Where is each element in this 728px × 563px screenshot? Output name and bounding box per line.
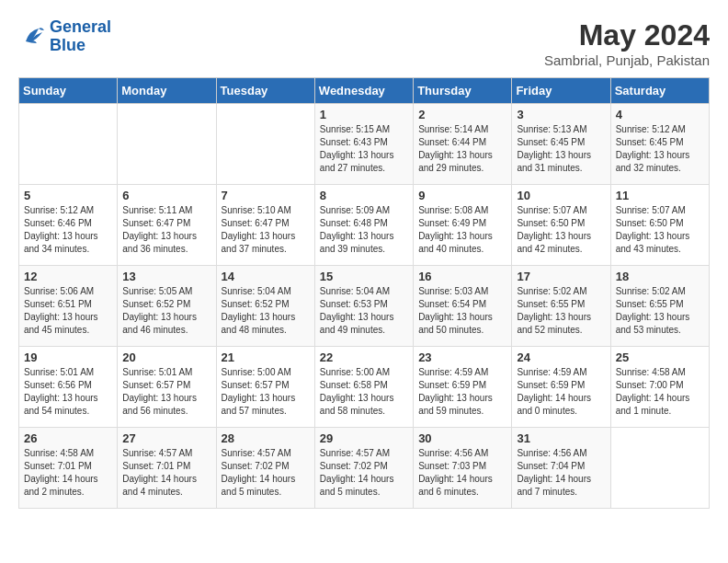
calendar-cell: 9Sunrise: 5:08 AM Sunset: 6:49 PM Daylig… (414, 185, 512, 266)
day-header-thursday: Thursday (414, 78, 512, 104)
calendar-cell: 25Sunrise: 4:58 AM Sunset: 7:00 PM Dayli… (610, 347, 709, 428)
day-detail: Sunrise: 5:01 AM Sunset: 6:56 PM Dayligh… (24, 366, 112, 418)
title-block: May 2024 Sambrial, Punjab, Pakistan (544, 18, 710, 68)
calendar-week-row: 1Sunrise: 5:15 AM Sunset: 6:43 PM Daylig… (19, 104, 710, 185)
day-number: 10 (517, 189, 605, 202)
day-number: 2 (418, 108, 506, 121)
day-number: 23 (418, 350, 506, 364)
calendar-week-row: 12Sunrise: 5:06 AM Sunset: 6:51 PM Dayli… (19, 266, 710, 347)
calendar-cell: 31Sunrise: 4:56 AM Sunset: 7:04 PM Dayli… (512, 428, 610, 509)
day-number: 20 (122, 350, 210, 364)
calendar-week-row: 5Sunrise: 5:12 AM Sunset: 6:46 PM Daylig… (19, 185, 710, 266)
day-detail: Sunrise: 5:02 AM Sunset: 6:55 PM Dayligh… (517, 285, 605, 337)
day-number: 6 (122, 189, 210, 202)
logo-text: General Blue (50, 18, 111, 55)
calendar-cell: 6Sunrise: 5:11 AM Sunset: 6:47 PM Daylig… (118, 185, 216, 266)
day-number: 11 (616, 189, 704, 202)
day-detail: Sunrise: 5:00 AM Sunset: 6:57 PM Dayligh… (222, 366, 310, 418)
logo-icon (18, 23, 46, 51)
day-detail: Sunrise: 5:00 AM Sunset: 6:58 PM Dayligh… (320, 366, 408, 418)
day-detail: Sunrise: 4:57 AM Sunset: 7:02 PM Dayligh… (222, 447, 310, 499)
day-detail: Sunrise: 4:58 AM Sunset: 7:00 PM Dayligh… (616, 366, 704, 418)
day-number: 12 (24, 270, 112, 283)
calendar-cell: 18Sunrise: 5:02 AM Sunset: 6:55 PM Dayli… (610, 266, 709, 347)
calendar-week-row: 19Sunrise: 5:01 AM Sunset: 6:56 PM Dayli… (19, 347, 710, 428)
calendar-cell: 11Sunrise: 5:07 AM Sunset: 6:50 PM Dayli… (610, 185, 709, 266)
day-number: 1 (320, 108, 408, 121)
calendar-cell: 23Sunrise: 4:59 AM Sunset: 6:59 PM Dayli… (414, 347, 512, 428)
day-detail: Sunrise: 5:13 AM Sunset: 6:45 PM Dayligh… (517, 123, 605, 175)
calendar-cell: 4Sunrise: 5:12 AM Sunset: 6:45 PM Daylig… (610, 104, 709, 185)
calendar-cell: 2Sunrise: 5:14 AM Sunset: 6:44 PM Daylig… (414, 104, 512, 185)
day-detail: Sunrise: 4:56 AM Sunset: 7:04 PM Dayligh… (517, 447, 605, 499)
calendar-cell: 7Sunrise: 5:10 AM Sunset: 6:47 PM Daylig… (216, 185, 314, 266)
day-header-wednesday: Wednesday (314, 78, 413, 104)
day-detail: Sunrise: 4:57 AM Sunset: 7:02 PM Dayligh… (320, 447, 408, 499)
day-detail: Sunrise: 5:04 AM Sunset: 6:53 PM Dayligh… (320, 285, 408, 337)
calendar-cell: 12Sunrise: 5:06 AM Sunset: 6:51 PM Dayli… (19, 266, 118, 347)
calendar-cell: 29Sunrise: 4:57 AM Sunset: 7:02 PM Dayli… (314, 428, 413, 509)
day-detail: Sunrise: 4:59 AM Sunset: 6:59 PM Dayligh… (418, 366, 506, 418)
day-number: 9 (418, 189, 506, 202)
day-number: 13 (122, 270, 210, 283)
day-number: 22 (320, 350, 408, 364)
calendar-cell: 19Sunrise: 5:01 AM Sunset: 6:56 PM Dayli… (19, 347, 118, 428)
calendar-cell (118, 104, 216, 185)
calendar-cell: 1Sunrise: 5:15 AM Sunset: 6:43 PM Daylig… (314, 104, 413, 185)
calendar-cell: 30Sunrise: 4:56 AM Sunset: 7:03 PM Dayli… (414, 428, 512, 509)
calendar-cell: 14Sunrise: 5:04 AM Sunset: 6:52 PM Dayli… (216, 266, 314, 347)
calendar-cell: 15Sunrise: 5:04 AM Sunset: 6:53 PM Dayli… (314, 266, 413, 347)
day-detail: Sunrise: 5:07 AM Sunset: 6:50 PM Dayligh… (517, 204, 605, 256)
logo: General Blue (18, 18, 111, 55)
day-number: 21 (222, 350, 310, 364)
calendar-cell: 27Sunrise: 4:57 AM Sunset: 7:01 PM Dayli… (118, 428, 216, 509)
calendar-cell: 3Sunrise: 5:13 AM Sunset: 6:45 PM Daylig… (512, 104, 610, 185)
calendar-cell: 28Sunrise: 4:57 AM Sunset: 7:02 PM Dayli… (216, 428, 314, 509)
calendar-cell (19, 104, 118, 185)
day-number: 3 (517, 108, 605, 121)
calendar-cell: 16Sunrise: 5:03 AM Sunset: 6:54 PM Dayli… (414, 266, 512, 347)
location-subtitle: Sambrial, Punjab, Pakistan (544, 52, 710, 68)
calendar-cell: 20Sunrise: 5:01 AM Sunset: 6:57 PM Dayli… (118, 347, 216, 428)
day-header-tuesday: Tuesday (216, 78, 314, 104)
day-number: 8 (320, 189, 408, 202)
day-detail: Sunrise: 5:12 AM Sunset: 6:46 PM Dayligh… (24, 204, 112, 256)
day-detail: Sunrise: 5:05 AM Sunset: 6:52 PM Dayligh… (122, 285, 210, 337)
month-year-title: May 2024 (544, 18, 710, 52)
day-header-friday: Friday (512, 78, 610, 104)
day-number: 31 (517, 431, 605, 445)
day-detail: Sunrise: 5:03 AM Sunset: 6:54 PM Dayligh… (418, 285, 506, 337)
calendar-week-row: 26Sunrise: 4:58 AM Sunset: 7:01 PM Dayli… (19, 428, 710, 509)
day-number: 24 (517, 350, 605, 364)
day-number: 29 (320, 431, 408, 445)
day-header-saturday: Saturday (610, 78, 709, 104)
calendar-cell: 13Sunrise: 5:05 AM Sunset: 6:52 PM Dayli… (118, 266, 216, 347)
calendar-cell (216, 104, 314, 185)
day-detail: Sunrise: 5:10 AM Sunset: 6:47 PM Dayligh… (222, 204, 310, 256)
day-detail: Sunrise: 5:01 AM Sunset: 6:57 PM Dayligh… (122, 366, 210, 418)
calendar-table: SundayMondayTuesdayWednesdayThursdayFrid… (18, 77, 710, 509)
calendar-cell: 21Sunrise: 5:00 AM Sunset: 6:57 PM Dayli… (216, 347, 314, 428)
day-number: 27 (122, 431, 210, 445)
calendar-body: 1Sunrise: 5:15 AM Sunset: 6:43 PM Daylig… (19, 104, 710, 509)
calendar-cell: 10Sunrise: 5:07 AM Sunset: 6:50 PM Dayli… (512, 185, 610, 266)
calendar-header-row: SundayMondayTuesdayWednesdayThursdayFrid… (19, 78, 710, 104)
day-number: 7 (222, 189, 310, 202)
day-detail: Sunrise: 5:15 AM Sunset: 6:43 PM Dayligh… (320, 123, 408, 175)
day-detail: Sunrise: 4:58 AM Sunset: 7:01 PM Dayligh… (24, 447, 112, 499)
calendar-cell: 22Sunrise: 5:00 AM Sunset: 6:58 PM Dayli… (314, 347, 413, 428)
day-detail: Sunrise: 5:11 AM Sunset: 6:47 PM Dayligh… (122, 204, 210, 256)
day-detail: Sunrise: 5:04 AM Sunset: 6:52 PM Dayligh… (222, 285, 310, 337)
day-number: 16 (418, 270, 506, 283)
day-detail: Sunrise: 5:02 AM Sunset: 6:55 PM Dayligh… (616, 285, 704, 337)
day-header-sunday: Sunday (19, 78, 118, 104)
day-detail: Sunrise: 4:57 AM Sunset: 7:01 PM Dayligh… (122, 447, 210, 499)
calendar-cell: 24Sunrise: 4:59 AM Sunset: 6:59 PM Dayli… (512, 347, 610, 428)
day-number: 30 (418, 431, 506, 445)
day-number: 14 (222, 270, 310, 283)
calendar-cell (610, 428, 709, 509)
day-number: 18 (616, 270, 704, 283)
day-detail: Sunrise: 5:14 AM Sunset: 6:44 PM Dayligh… (418, 123, 506, 175)
day-number: 17 (517, 270, 605, 283)
calendar-cell: 8Sunrise: 5:09 AM Sunset: 6:48 PM Daylig… (314, 185, 413, 266)
